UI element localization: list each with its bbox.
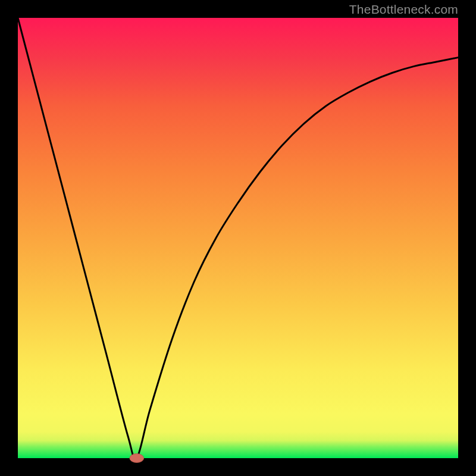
- chart-frame: TheBottleneck.com: [0, 0, 476, 476]
- chart-svg: [18, 18, 458, 458]
- attribution-label: TheBottleneck.com: [349, 2, 458, 17]
- optimal-point-marker: [130, 454, 144, 463]
- bottleneck-curve: [18, 18, 458, 459]
- chart-plot-area: [18, 18, 458, 458]
